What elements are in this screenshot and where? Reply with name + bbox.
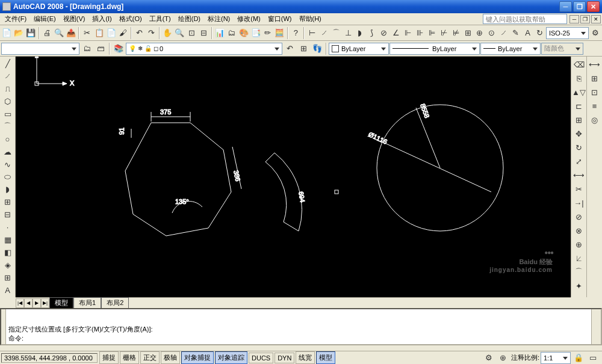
menu-help[interactable]: 帮助(H)	[296, 13, 325, 25]
dist-button[interactable]: ⟷	[588, 58, 601, 71]
paste-button[interactable]: 📄	[105, 26, 117, 40]
ellipse-button[interactable]: ⬭	[1, 171, 14, 183]
zoom-button[interactable]: 🔍	[174, 26, 185, 40]
calc-button[interactable]: 🧮	[274, 26, 285, 40]
menu-format[interactable]: 格式(O)	[116, 13, 146, 25]
layer-iso-button[interactable]: ⊞	[297, 42, 310, 55]
dim-jogged-button[interactable]: ⟆	[366, 26, 377, 40]
ortho-toggle[interactable]: 正交	[140, 351, 160, 364]
arc-button[interactable]: ⌒	[1, 120, 14, 132]
area-button[interactable]: ⊞	[588, 72, 601, 85]
markup-button[interactable]: ✏	[262, 26, 273, 40]
zoom-window-button[interactable]: ⊡	[186, 26, 197, 40]
insert-block-button[interactable]: ⊞	[1, 196, 14, 208]
maximize-button[interactable]: ❐	[573, 1, 586, 12]
explode-button[interactable]: ✦	[573, 279, 586, 292]
list-button[interactable]: ≡	[588, 99, 601, 113]
dim-style-button[interactable]: ⚙	[589, 26, 601, 40]
point-button[interactable]: ∙	[1, 221, 14, 233]
command-grip[interactable]	[1, 309, 6, 344]
prop-dropdown-1[interactable]	[1, 43, 79, 55]
gradient-button[interactable]: ◧	[1, 246, 14, 258]
move-button[interactable]: ✥	[573, 127, 586, 140]
spline-button[interactable]: ∿	[1, 158, 14, 170]
dim-baseline-button[interactable]: ⊪	[414, 26, 426, 40]
new-button[interactable]: 📄	[1, 26, 13, 40]
dim-style-dropdown[interactable]: ISO-25	[546, 27, 589, 39]
command-prompt[interactable]: 命令:	[8, 334, 589, 343]
rectangle-button[interactable]: ▭	[1, 108, 14, 120]
hatch-button[interactable]: ▦	[1, 234, 14, 246]
chamfer-button[interactable]: ⟀	[573, 251, 586, 265]
cut-button[interactable]: ✂	[81, 26, 93, 40]
revcloud-button[interactable]: ☁	[1, 146, 14, 158]
layer-states-button[interactable]: 🗃	[94, 42, 107, 55]
dim-space-button[interactable]: ⊬	[438, 26, 450, 40]
tab-model[interactable]: 模型	[49, 297, 73, 309]
dim-aligned-button[interactable]: ⟋	[318, 26, 330, 40]
sheet-set-button[interactable]: 📑	[250, 26, 261, 40]
preview-button[interactable]: 🔍	[54, 26, 65, 40]
drawing-viewport[interactable]: 375 91 386 135° 694 Ø1116 8558	[16, 57, 571, 297]
menu-edit[interactable]: 编辑(E)	[30, 13, 60, 25]
layer-walk-button[interactable]: 👣	[311, 42, 324, 55]
doc-close-button[interactable]: ✕	[591, 15, 601, 23]
scale-dropdown[interactable]: 1:1	[541, 352, 571, 364]
redo-button[interactable]: ↷	[146, 26, 157, 40]
menu-insert[interactable]: 插入(I)	[88, 13, 115, 25]
layer-mgr-icon[interactable]: 📚	[112, 42, 125, 55]
menu-tools[interactable]: 工具(T)	[146, 13, 175, 25]
menu-window[interactable]: 窗口(W)	[264, 13, 296, 25]
line-button[interactable]: ╱	[1, 58, 14, 70]
dim-diameter-button[interactable]: ⊘	[378, 26, 389, 40]
array-button[interactable]: ⊞	[573, 113, 586, 126]
match-button[interactable]: 🖌	[117, 26, 129, 40]
model-toggle[interactable]: 模型	[316, 351, 335, 364]
polyline-button[interactable]: ⎍	[1, 83, 14, 95]
dim-text-edit-button[interactable]: A	[522, 26, 533, 40]
annotation-vis-icon[interactable]: ⊕	[497, 351, 510, 365]
tab-prev-button[interactable]: ◀	[24, 298, 33, 308]
menu-file[interactable]: 文件(F)	[1, 13, 30, 25]
save-button[interactable]: 💾	[25, 26, 37, 40]
undo-button[interactable]: ↶	[134, 26, 145, 40]
tab-first-button[interactable]: |◀	[16, 298, 24, 308]
dim-angular-button[interactable]: ∠	[390, 26, 402, 40]
plotstyle-dropdown[interactable]: 随颜色	[541, 43, 583, 55]
dim-continue-button[interactable]: ⊫	[426, 26, 438, 40]
snap-toggle[interactable]: 捕捉	[99, 351, 119, 364]
table-button[interactable]: ⊞	[1, 271, 14, 283]
help-button[interactable]: ?	[290, 26, 302, 40]
dyn-toggle[interactable]: DYN	[275, 353, 294, 363]
zoom-prev-button[interactable]: ⊟	[198, 26, 209, 40]
dim-jogged-linear-button[interactable]: ⟋	[498, 26, 509, 40]
break-at-button[interactable]: ⊘	[573, 210, 586, 223]
annotation-scale-icon[interactable]: ⚙	[482, 351, 495, 365]
dim-edit-button[interactable]: ✎	[510, 26, 521, 40]
extend-button[interactable]: →|	[573, 196, 586, 209]
offset-button[interactable]: ⊏	[573, 99, 586, 113]
menu-modify[interactable]: 修改(M)	[234, 13, 264, 25]
layer-prop-mgr-button[interactable]: 🗂	[80, 42, 93, 55]
dim-linear-button[interactable]: ⊢	[306, 26, 318, 40]
layer-prev-button[interactable]: ↶	[283, 42, 296, 55]
linetype-dropdown[interactable]: ByLayer	[389, 43, 480, 55]
mtext-button[interactable]: A	[1, 284, 14, 296]
publish-button[interactable]: 📤	[66, 26, 77, 40]
dim-center-button[interactable]: ⊕	[474, 26, 486, 40]
tab-layout2[interactable]: 布局2	[101, 297, 129, 309]
help-search-input[interactable]	[483, 14, 567, 24]
tool-palette-button[interactable]: 🎨	[238, 26, 249, 40]
clean-screen-icon[interactable]: ▭	[586, 351, 600, 365]
osnap-toggle[interactable]: 对象捕捉	[181, 351, 214, 364]
region-mass-button[interactable]: ⊡	[588, 85, 601, 99]
otrack-toggle[interactable]: 对象追踪	[215, 351, 247, 364]
layer-dropdown[interactable]: 💡 ❄ 🔓 ◻ 0	[126, 43, 282, 55]
dim-radius-button[interactable]: ◗	[354, 26, 365, 40]
break-button[interactable]: ⊗	[573, 224, 586, 237]
copy-button[interactable]: 📋	[93, 26, 105, 40]
dim-inspect-button[interactable]: ⊙	[486, 26, 497, 40]
open-button[interactable]: 📂	[13, 26, 25, 40]
doc-minimize-button[interactable]: ─	[569, 15, 579, 23]
lineweight-dropdown[interactable]: ByLayer	[480, 43, 541, 55]
